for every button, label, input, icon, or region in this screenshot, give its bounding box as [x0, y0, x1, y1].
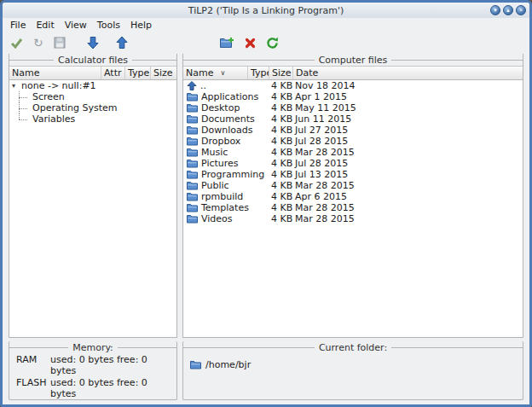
file-size: 4 KB: [269, 80, 293, 91]
receive-files-arrow-icon: [86, 36, 100, 49]
file-row[interactable]: Pictures4 KBJul 28 2015: [183, 158, 523, 169]
computer-files-title: Computer files: [183, 54, 523, 66]
file-size: 4 KB: [269, 102, 293, 113]
refresh-dir-button[interactable]: [263, 36, 281, 50]
col-header-attr[interactable]: Attr: [101, 67, 125, 79]
file-row[interactable]: ..4 KBNov 18 2014: [183, 80, 523, 91]
titlebar[interactable]: TiLP2 ('Tilp Is a Linking Program') ▾ ▴ …: [3, 3, 529, 18]
file-name: Documents: [201, 113, 255, 125]
menu-tools[interactable]: Tools: [92, 19, 125, 32]
file-row[interactable]: Videos4 KBMar 28 2015: [183, 213, 523, 224]
file-date: Mar 28 2015: [293, 202, 523, 213]
col-header-date[interactable]: Date: [293, 67, 523, 79]
col-header-type[interactable]: Type: [125, 67, 151, 79]
file-size: 4 KB: [269, 158, 293, 169]
folder-icon: [187, 114, 198, 124]
memory-group: Memory: RAM used: 0 bytes free: 0 bytes …: [9, 341, 177, 400]
current-folder-content: /home/bjr: [183, 353, 523, 370]
current-folder-label: Current folder:: [319, 342, 387, 353]
up-dir-icon: [187, 81, 197, 90]
file-name: Pictures: [201, 158, 239, 169]
file-row[interactable]: rpmbuild4 KBApr 6 2015: [183, 191, 523, 202]
menubar: File Edit View Tools Help: [3, 18, 529, 32]
file-row[interactable]: Music4 KBMar 28 2015: [183, 147, 523, 158]
col-header-name[interactable]: Name ∨: [183, 67, 248, 79]
sort-indicator-icon: ∨: [220, 69, 225, 77]
expander-icon[interactable]: ▾: [12, 82, 21, 90]
file-row[interactable]: Applications4 KBApr 1 2015: [183, 91, 523, 102]
folder-icon: [190, 360, 201, 369]
calculator-files-body[interactable]: ▾none -> null:#1ScreenOperating SystemVa…: [9, 80, 176, 337]
calculator-files-table: Name Attr Type Size ▾none -> null:#1Scre…: [9, 66, 176, 337]
tree-root-label: none -> null:#1: [21, 80, 96, 91]
refresh-dir-icon: [266, 37, 279, 49]
tree-child-row[interactable]: Variables: [9, 113, 176, 125]
file-name: Public: [201, 180, 229, 191]
computer-files-body[interactable]: ..4 KBNov 18 2014Applications4 KBApr 1 2…: [183, 80, 523, 337]
current-folder-group: Current folder: /home/bjr: [182, 341, 523, 400]
file-row[interactable]: Templates4 KBMar 28 2015: [183, 202, 523, 213]
delete-icon: [245, 38, 256, 49]
col-header-size[interactable]: Size: [269, 67, 293, 79]
file-name: Music: [201, 147, 228, 158]
file-date: Jul 28 2015: [293, 158, 523, 169]
col-header-type[interactable]: Type: [248, 67, 269, 79]
tilp2-window: TiLP2 ('Tilp Is a Linking Program') ▾ ▴ …: [0, 0, 532, 407]
col-header-size[interactable]: Size: [151, 67, 176, 79]
new-folder-icon: [220, 37, 234, 49]
refresh-calc-button[interactable]: ↻: [31, 36, 46, 49]
computer-files-label: Computer files: [319, 55, 388, 66]
receive-files-button[interactable]: [84, 35, 102, 50]
file-size: 4 KB: [269, 125, 293, 136]
folder-icon: [187, 203, 198, 212]
file-size: 4 KB: [269, 180, 293, 191]
window-title: TiLP2 ('Tilp Is a Linking Program'): [188, 5, 344, 16]
file-row[interactable]: Dropbox4 KBJul 28 2015: [183, 136, 523, 147]
delete-button[interactable]: [242, 37, 258, 49]
folder-icon: [187, 192, 198, 201]
maximize-button[interactable]: ▴: [503, 5, 513, 15]
refresh-calc-icon: ↻: [33, 36, 43, 49]
tree-child-row[interactable]: Screen: [9, 91, 176, 102]
flash-row: FLASH used: 0 bytes free: 0 bytes: [9, 376, 176, 399]
menu-edit[interactable]: Edit: [31, 19, 59, 32]
menu-file[interactable]: File: [5, 19, 31, 32]
menu-help[interactable]: Help: [125, 19, 157, 32]
flash-label: FLASH: [16, 377, 50, 399]
file-name: Desktop: [201, 102, 240, 113]
send-files-arrow-icon: [115, 36, 129, 49]
tree-child-row[interactable]: Operating System: [9, 102, 176, 113]
file-size: 4 KB: [269, 147, 293, 158]
folder-icon: [187, 137, 198, 146]
file-row[interactable]: Documents4 KBJun 11 2015: [183, 113, 523, 125]
file-size: 4 KB: [269, 169, 293, 180]
new-folder-button[interactable]: [217, 36, 237, 49]
folder-icon: [187, 159, 198, 168]
menu-view[interactable]: View: [60, 19, 92, 32]
close-button[interactable]: ×: [516, 5, 526, 15]
file-size: 4 KB: [269, 191, 293, 202]
minimize-button[interactable]: ▾: [490, 5, 500, 15]
file-row[interactable]: Desktop4 KBMay 11 2015: [183, 102, 523, 113]
file-date: Mar 28 2015: [293, 213, 523, 224]
save-button[interactable]: [51, 36, 68, 49]
file-name: Programming: [201, 169, 264, 180]
connect-check-button[interactable]: [8, 37, 26, 49]
file-row[interactable]: Programming4 KBJul 13 2015: [183, 169, 523, 180]
memory-title: Memory:: [9, 341, 176, 353]
computer-files-table: Name ∨ Type Size Date ..4 KBNov 18 2014A…: [183, 66, 523, 337]
flash-value: used: 0 bytes free: 0 bytes: [50, 377, 170, 399]
file-row[interactable]: Downloads4 KBJul 27 2015: [183, 125, 523, 136]
send-files-button[interactable]: [113, 35, 131, 50]
tree-root-row[interactable]: ▾none -> null:#1: [9, 80, 176, 91]
directory-actions: [217, 36, 286, 50]
tree-child-label: Variables: [32, 113, 75, 125]
computer-files-pane: Computer files Name ∨ Type Size Date ..4…: [182, 54, 523, 338]
current-folder-path: /home/bjr: [205, 359, 251, 370]
file-size: 4 KB: [269, 136, 293, 147]
computer-files-header: Name ∨ Type Size Date: [183, 67, 523, 80]
file-date: Apr 6 2015: [293, 191, 523, 202]
file-row[interactable]: Public4 KBMar 28 2015: [183, 180, 523, 191]
col-header-name[interactable]: Name: [9, 67, 101, 79]
ram-row: RAM used: 0 bytes free: 0 bytes: [9, 353, 176, 376]
